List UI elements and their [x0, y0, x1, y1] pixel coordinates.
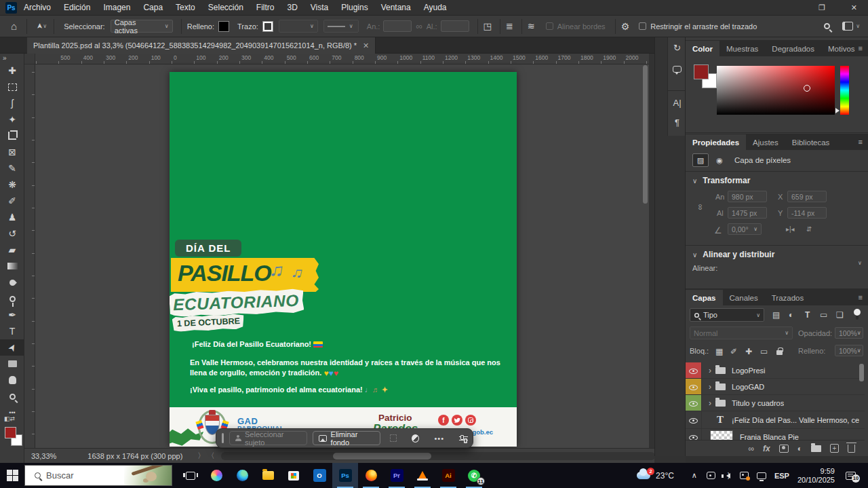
object-selection-tool[interactable]: ✦	[0, 111, 24, 128]
flip-horizontal-icon[interactable]: ▸|◂	[786, 225, 795, 233]
status-arrows[interactable]: 〉 〈	[197, 451, 214, 461]
taskbar-firefox[interactable]	[358, 463, 384, 488]
gear-icon[interactable]: ⚙	[621, 21, 630, 32]
home-icon[interactable]: ⌂	[11, 20, 17, 32]
transform-section-header[interactable]: ∨Transformar	[692, 176, 750, 185]
new-group-icon[interactable]	[811, 445, 821, 452]
taskbar-edge[interactable]	[229, 463, 255, 488]
menu-vista[interactable]: Vista	[311, 3, 328, 12]
pixel-layer-icon[interactable]: ▨	[692, 153, 709, 167]
dodge-tool[interactable]	[0, 290, 24, 307]
transform-width-input[interactable]: 980 px	[728, 191, 767, 202]
transform-height-input[interactable]: 1475 px	[728, 207, 767, 219]
meet-now-icon[interactable]	[740, 472, 749, 479]
path-arrangement-icon[interactable]: ≋	[528, 21, 535, 31]
eye-icon[interactable]	[689, 432, 698, 440]
lock-transparency-icon[interactable]: ▦	[715, 347, 723, 356]
character-panel-icon[interactable]: A|	[668, 90, 686, 108]
width-input[interactable]	[383, 20, 412, 32]
constrain-path-checkbox[interactable]	[639, 22, 646, 30]
taskbar-whatsapp[interactable]: ✆11	[461, 463, 487, 488]
restore-window-icon[interactable]: ❐	[818, 3, 825, 12]
taskbar-outlook[interactable]: O	[307, 463, 332, 488]
close-window-icon[interactable]: ✕	[851, 3, 857, 12]
hue-slider-arrow[interactable]	[835, 108, 840, 113]
temperature[interactable]: 23°C	[656, 471, 674, 481]
link-dimensions-icon[interactable]: ∞	[416, 21, 422, 31]
layers-scrollbar[interactable]	[859, 364, 864, 381]
layer-row-titulo-y-cuadros[interactable]: ›Titulo y cuadros	[686, 395, 865, 411]
hand-tool[interactable]	[0, 372, 24, 388]
eye-icon[interactable]	[689, 366, 698, 375]
lasso-tool[interactable]: ʃ	[0, 95, 24, 111]
menu-archivo[interactable]: Archivo	[24, 3, 51, 12]
pen-tool[interactable]: ✒	[0, 307, 24, 323]
flip-vertical-icon[interactable]: ⇵	[806, 225, 812, 233]
frame-tool[interactable]: ⊠	[0, 144, 24, 160]
tab-motivos[interactable]: Motivos	[821, 41, 862, 56]
tab-ajustes[interactable]: Ajustes	[746, 134, 785, 150]
new-layer-icon[interactable]: +	[830, 444, 839, 453]
language-indicator[interactable]: ESP	[774, 472, 789, 480]
stroke-type-dropdown[interactable]: ∨	[323, 20, 359, 33]
color-picker-reticle[interactable]	[804, 85, 810, 92]
rotation-input[interactable]: 0,00°∨	[728, 223, 762, 235]
taskbar-search-box[interactable]: Buscar	[24, 465, 172, 486]
stroke-width-dropdown[interactable]: ∨	[279, 20, 318, 33]
menu-texto[interactable]: Texto	[176, 3, 195, 12]
align-section-header[interactable]: ∨Alinear y distribuir	[692, 250, 774, 259]
filter-pixel-layers-icon[interactable]: ▤	[772, 310, 780, 320]
tab-propiedades[interactable]: Propiedades	[686, 134, 746, 150]
link-layers-icon[interactable]: ∞	[749, 444, 755, 453]
menu-3d[interactable]: 3D	[287, 3, 297, 12]
eraser-tool[interactable]: ▰	[0, 242, 24, 258]
workspace-icon[interactable]	[842, 22, 853, 31]
tab-capas[interactable]: Capas	[686, 290, 723, 305]
layer-row-logopresi[interactable]: ›LogoPresi	[686, 362, 865, 379]
menu-edicion[interactable]: Edición	[64, 3, 90, 12]
document-canvas[interactable]: DÍA DEL PASILLO ♫ ♫ ECUATORIANO 1 DE OCT…	[170, 72, 517, 447]
path-operations-icon[interactable]: ◳	[484, 21, 492, 31]
eyedropper-tool[interactable]: ✎	[0, 160, 24, 176]
align-collapse-chevron[interactable]: ∨	[858, 260, 862, 266]
add-mask-icon[interactable]	[779, 445, 789, 453]
history-brush-tool[interactable]: ↺	[0, 225, 24, 242]
filter-toggle[interactable]	[854, 309, 861, 320]
menu-seleccion[interactable]: Selección	[208, 3, 243, 12]
rectangle-tool[interactable]	[0, 356, 24, 372]
default-colors-icon[interactable]: ◧⇄	[4, 415, 15, 422]
tray-chevron-icon[interactable]: ∧	[692, 471, 697, 480]
lock-all-icon[interactable]	[776, 350, 783, 355]
color-panel-menu-icon[interactable]: ≡	[859, 44, 863, 52]
menu-ventana[interactable]: Ventana	[381, 3, 411, 12]
gradient-tool[interactable]	[0, 258, 24, 274]
search-icon[interactable]	[824, 23, 830, 29]
lock-pixels-icon[interactable]: ✐	[730, 347, 737, 356]
expand-group-icon[interactable]: ›	[709, 382, 711, 392]
menu-filtro[interactable]: Filtro	[256, 3, 275, 12]
zoom-level[interactable]: 33,33%	[31, 452, 56, 460]
toolbar-collapse-icon[interactable]: »	[3, 54, 7, 62]
close-tab-icon[interactable]: ✕	[363, 41, 369, 50]
tab-bibliotecas[interactable]: Bibliotecas	[785, 134, 837, 150]
path-selection-tool[interactable]: ➤	[0, 339, 24, 356]
hue-slider[interactable]	[840, 66, 849, 115]
menu-capa[interactable]: Capa	[143, 3, 163, 12]
taskbar-premiere-pro[interactable]: Pr	[384, 463, 410, 488]
select-subject-button[interactable]: Seleccionar sujeto	[229, 431, 307, 445]
taskbar-microsoft-store[interactable]	[281, 463, 307, 488]
transform-x-input[interactable]: 659 px	[787, 191, 827, 202]
clock[interactable]: 9:59 20/10/2025	[797, 467, 835, 485]
filter-smart-objects-icon[interactable]: ❏	[836, 310, 844, 320]
notification-center-icon[interactable]	[846, 472, 856, 480]
lock-position-icon[interactable]: ✚	[745, 347, 752, 356]
expand-group-icon[interactable]: ›	[709, 398, 711, 408]
more-options-icon[interactable]: •••	[434, 434, 444, 443]
taskbar-task-view[interactable]	[178, 463, 203, 488]
layers-panel-menu-icon[interactable]: ≡	[859, 293, 863, 301]
layer-filter-dropdown[interactable]: Tipo∨	[690, 308, 764, 322]
speaker-icon[interactable]	[724, 473, 730, 478]
start-button[interactable]	[7, 470, 18, 481]
brush-tool[interactable]: ✐	[0, 193, 24, 209]
link-icon[interactable]: ∞	[696, 204, 705, 210]
